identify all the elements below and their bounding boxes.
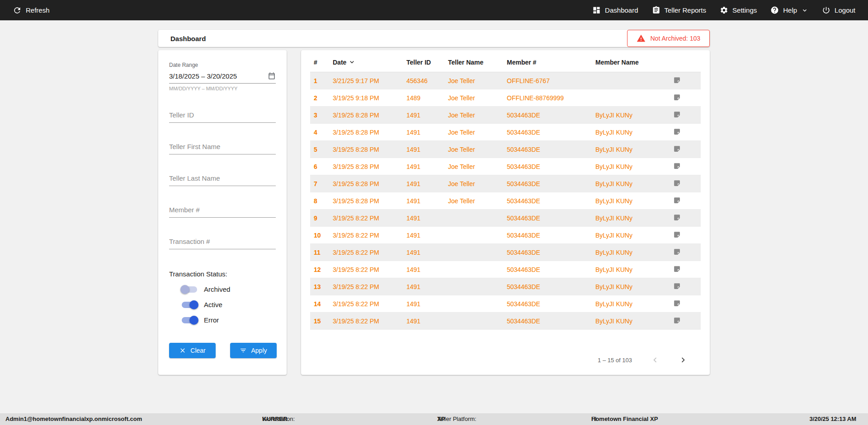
table-row[interactable]: 10 3/19/25 8:22 PM 1491 5034463DE ByLyJI… [310, 227, 701, 244]
clipboard-icon [652, 6, 660, 14]
financial-institution-info: FI: Hometown Financial XP [591, 413, 658, 425]
workstation-info: Workstation: KURRER [262, 413, 288, 425]
calendar-icon[interactable] [268, 72, 276, 80]
col-teller-id: Teller ID [403, 50, 444, 72]
teller-platform-info: Teller Platform: XP [437, 413, 445, 425]
active-switch[interactable] [182, 302, 197, 308]
nav-teller-reports[interactable]: Teller Reports [652, 6, 707, 14]
topbar: Refresh Dashboard Teller Reports Setting… [0, 0, 868, 20]
page-title: Dashboard [170, 35, 206, 42]
archived-label: Archived [204, 285, 230, 293]
date-range-field [169, 69, 276, 84]
apply-button-label: Apply [251, 347, 267, 354]
transaction-number-input[interactable] [169, 236, 276, 249]
member-number-input[interactable] [169, 204, 276, 218]
note-icon[interactable] [673, 145, 681, 153]
table-row[interactable]: 6 3/19/25 8:28 PM 1491 Joe Teller 503446… [310, 158, 701, 175]
note-icon[interactable] [673, 179, 681, 187]
refresh-icon [13, 6, 22, 15]
note-icon[interactable] [673, 76, 681, 84]
table-body: 1 3/21/25 9:17 PM 456346 Joe Teller OFFL… [310, 72, 701, 330]
note-icon[interactable] [673, 282, 681, 290]
refresh-label: Refresh [26, 6, 50, 14]
pagination-range: 1 – 15 of 103 [598, 357, 632, 364]
nav-help-label: Help [783, 6, 797, 14]
teller-last-name-input[interactable] [169, 173, 276, 186]
note-icon[interactable] [673, 231, 681, 238]
note-icon[interactable] [673, 299, 681, 307]
note-icon[interactable] [673, 93, 681, 101]
refresh-button[interactable]: Refresh [13, 6, 50, 15]
current-datetime: 3/20/25 12:13 AM [809, 413, 856, 425]
table-row[interactable]: 5 3/19/25 8:28 PM 1491 Joe Teller 503446… [310, 141, 701, 158]
note-icon[interactable] [673, 128, 681, 135]
nav-settings[interactable]: Settings [720, 6, 757, 14]
table-row[interactable]: 2 3/19/25 9:18 PM 1489 Joe Teller OFFLIN… [310, 89, 701, 107]
filter-icon [240, 347, 247, 354]
clear-button[interactable]: Clear [169, 343, 216, 358]
nav-dashboard-label: Dashboard [605, 6, 638, 14]
help-icon [770, 6, 779, 14]
active-label: Active [204, 301, 222, 308]
clear-button-label: Clear [190, 347, 205, 354]
nav-dashboard[interactable]: Dashboard [592, 6, 638, 14]
toggle-archived[interactable]: Archived [169, 285, 276, 293]
previous-page-button[interactable] [650, 355, 660, 365]
col-member-number: Member # [503, 50, 592, 72]
error-switch[interactable] [182, 317, 197, 323]
logged-in-user: Admin1@hometownfinancialxp.onmicrosoft.c… [5, 413, 142, 425]
transaction-status-label: Transaction Status: [169, 270, 276, 278]
date-range-input[interactable] [169, 72, 268, 80]
nav-teller-reports-label: Teller Reports [665, 6, 707, 14]
chevron-down-icon [801, 7, 808, 14]
note-icon[interactable] [673, 196, 681, 204]
toggle-error[interactable]: Error [169, 316, 276, 324]
table-row[interactable]: 7 3/19/25 8:28 PM 1491 Joe Teller 503446… [310, 175, 701, 192]
table-row[interactable]: 14 3/19/25 8:22 PM 1491 5034463DE ByLyJI… [310, 295, 701, 313]
date-range-hint: MM/DD/YYYY – MM/DD/YYYY [169, 86, 276, 91]
col-number: # [310, 50, 329, 72]
table-row[interactable]: 9 3/19/25 8:22 PM 1491 5034463DE ByLyJI … [310, 210, 701, 227]
page-header: Dashboard Not Archived: 103 [158, 30, 710, 47]
status-bar: Admin1@hometownfinancialxp.onmicrosoft.c… [0, 413, 868, 425]
note-icon[interactable] [673, 162, 681, 170]
table-row[interactable]: 12 3/19/25 8:22 PM 1491 5034463DE ByLyJI… [310, 261, 701, 278]
table-row[interactable]: 15 3/19/25 8:22 PM 1491 5034463DE ByLyJI… [310, 313, 701, 330]
table-row[interactable]: 13 3/19/25 8:22 PM 1491 5034463DE ByLyJI… [310, 278, 701, 295]
teller-first-name-input[interactable] [169, 141, 276, 154]
nav-logout-label: Logout [835, 6, 855, 14]
col-teller-name: Teller Name [444, 50, 503, 72]
table-header-row: # Date Teller ID Teller Name [310, 50, 701, 72]
next-page-button[interactable] [678, 355, 688, 365]
transactions-table: # Date Teller ID Teller Name [310, 50, 701, 330]
apply-button[interactable]: Apply [230, 343, 277, 358]
dashboard-icon [592, 6, 601, 14]
table-row[interactable]: 1 3/21/25 9:17 PM 456346 Joe Teller OFFL… [310, 72, 701, 89]
gear-icon [720, 6, 728, 14]
results-panel: # Date Teller ID Teller Name [301, 50, 710, 375]
note-icon[interactable] [673, 265, 681, 273]
note-icon[interactable] [673, 214, 681, 221]
table-row[interactable]: 8 3/19/25 8:28 PM 1491 Joe Teller 503446… [310, 192, 701, 210]
error-label: Error [204, 316, 219, 324]
date-range-label: Date Range [169, 62, 276, 68]
topbar-nav: Dashboard Teller Reports Settings Help [592, 6, 855, 14]
warning-icon [637, 34, 646, 43]
teller-id-input[interactable] [169, 109, 276, 123]
sort-desc-icon [348, 58, 356, 66]
note-icon[interactable] [673, 111, 681, 118]
note-icon[interactable] [673, 248, 681, 256]
filter-panel: Date Range MM/DD/YYYY – MM/DD/YYYY Trans… [158, 50, 287, 375]
table-row[interactable]: 3 3/19/25 8:28 PM 1491 Joe Teller 503446… [310, 107, 701, 124]
note-icon[interactable] [673, 317, 681, 324]
not-archived-label: Not Archived: 103 [650, 35, 700, 42]
nav-logout[interactable]: Logout [822, 6, 855, 14]
archived-switch[interactable] [182, 286, 197, 293]
nav-settings-label: Settings [732, 6, 757, 14]
col-member-name: Member Name [592, 50, 670, 72]
table-row[interactable]: 11 3/19/25 8:22 PM 1491 5034463DE ByLyJI… [310, 244, 701, 261]
table-row[interactable]: 4 3/19/25 8:28 PM 1491 Joe Teller 503446… [310, 124, 701, 141]
toggle-active[interactable]: Active [169, 301, 276, 308]
nav-help[interactable]: Help [770, 6, 808, 14]
col-date[interactable]: Date [329, 50, 403, 72]
